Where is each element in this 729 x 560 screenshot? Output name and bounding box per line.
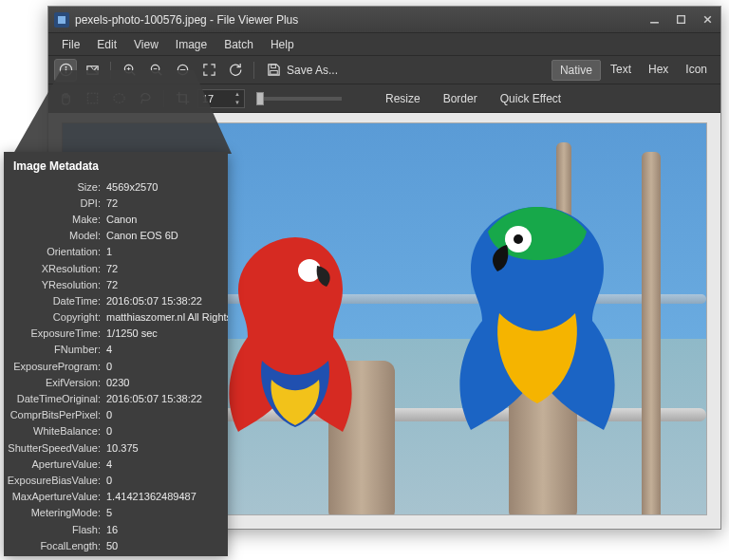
meta-value: 72 [106, 263, 228, 274]
resize-button[interactable]: Resize [376, 89, 430, 108]
meta-row: WhiteBalance:0 [4, 423, 228, 439]
save-as-label: Save As... [287, 64, 338, 77]
meta-row: ExposureProgram:0 [4, 358, 228, 374]
meta-key: ExposureTime: [4, 327, 106, 339]
fullscreen-icon[interactable] [197, 59, 220, 82]
menu-help[interactable]: Help [263, 35, 302, 54]
zoom-reset-icon[interactable] [171, 59, 194, 82]
meta-value: 50 [106, 540, 228, 551]
app-icon [54, 12, 69, 28]
maximize-button[interactable] [667, 9, 694, 30]
quick-effect-button[interactable]: Quick Effect [491, 89, 570, 108]
meta-key: WhiteBalance: [4, 425, 106, 437]
meta-row: ExposureBiasValue:0 [4, 472, 228, 488]
meta-row: MaxApertureValue:1.41421362489487 [4, 489, 228, 505]
ellipse-select-icon[interactable] [107, 87, 130, 110]
svg-line-10 [131, 72, 134, 75]
meta-value: 5 [106, 507, 228, 518]
meta-key: Orientation: [4, 246, 106, 257]
metadata-panel: Image Metadata Size:4569x2570DPI:72Make:… [4, 152, 228, 556]
slider-thumb[interactable] [256, 92, 264, 105]
meta-value: 4 [106, 458, 228, 470]
meta-row: SubsecTimeOriginal:96 [4, 553, 228, 556]
zoom-in-icon[interactable] [118, 59, 140, 82]
meta-key: Flash: [4, 524, 106, 535]
crop-icon[interactable] [171, 87, 194, 110]
menu-file[interactable]: File [54, 35, 87, 54]
view-text[interactable]: Text [603, 60, 639, 81]
meta-key: ApertureValue: [4, 458, 106, 470]
meta-key: YResolution: [4, 279, 106, 290]
meta-row: DateTime:2016:05:07 15:38:22 [4, 292, 228, 308]
svg-point-21 [113, 94, 123, 103]
hand-icon[interactable] [54, 87, 77, 110]
separator [163, 90, 164, 107]
menu-view[interactable]: View [126, 35, 166, 54]
meta-row: Copyright:matthiaszomer.nl All Rights Re… [4, 309, 228, 326]
meta-value: 1.41421362489487 [106, 491, 228, 502]
meta-key: ExposureBiasValue: [4, 475, 106, 486]
meta-value: 0 [106, 361, 228, 372]
separator [253, 62, 254, 79]
toolbar-primary: Save As... Native Text Hex Icon [48, 56, 720, 84]
marquee-icon[interactable] [81, 87, 103, 110]
view-native[interactable]: Native [551, 60, 601, 81]
menu-image[interactable]: Image [168, 35, 215, 54]
meta-key: MaxApertureValue: [4, 491, 106, 502]
close-button[interactable] [694, 9, 720, 30]
meta-row: DateTimeOriginal:2016:05:07 15:38:22 [4, 390, 228, 406]
meta-key: Size: [4, 181, 106, 193]
parrot-red [205, 228, 385, 456]
meta-key: Make: [4, 214, 106, 225]
meta-key: ExifVersion: [4, 377, 106, 388]
meta-row: ExposureTime:1/1250 sec [4, 326, 228, 342]
zoom-slider[interactable] [256, 97, 342, 101]
meta-key: ComprBitsPerPixel: [4, 409, 106, 420]
meta-key: ShutterSpeedValue: [4, 442, 106, 454]
meta-row: XResolution:72 [4, 260, 228, 276]
titlebar[interactable]: pexels-photo-100576.jpeg - File Viewer P… [48, 7, 720, 33]
meta-value: 1/1250 sec [106, 327, 228, 339]
spin-down[interactable]: ▼ [231, 99, 244, 107]
zoom-out-icon[interactable] [144, 59, 167, 82]
meta-key: FNumber: [4, 344, 106, 355]
save-icon [267, 63, 281, 77]
menu-edit[interactable]: Edit [89, 35, 124, 54]
meta-key: Model: [4, 230, 106, 241]
svg-rect-2 [677, 16, 684, 24]
meta-value: Canon EOS 6D [106, 230, 228, 241]
meta-key: XResolution: [4, 263, 106, 274]
meta-row: Model:Canon EOS 6D [4, 228, 228, 244]
view-icon[interactable]: Icon [678, 60, 715, 81]
svg-point-24 [514, 234, 523, 244]
toolbar-secondary: ▲▼ Resize Border Quick Effect [48, 84, 720, 113]
meta-row: Flash:16 [4, 521, 228, 537]
parrot-blue [433, 199, 642, 456]
meta-row: Orientation:1 [4, 244, 228, 260]
svg-rect-0 [58, 16, 65, 24]
zoom-value-field[interactable] [198, 93, 231, 104]
meta-row: DPI:72 [4, 195, 228, 211]
svg-line-14 [158, 72, 160, 75]
zoom-value-input[interactable]: ▲▼ [197, 89, 245, 108]
meta-value: 2016:05:07 15:38:22 [106, 295, 228, 307]
meta-key: DPI: [4, 197, 106, 209]
refresh-icon[interactable] [224, 59, 247, 82]
meta-key: ExposureProgram: [4, 361, 106, 372]
save-as-button[interactable]: Save As... [261, 60, 344, 80]
menu-batch[interactable]: Batch [216, 35, 261, 54]
view-hex[interactable]: Hex [641, 60, 676, 81]
open-icon[interactable] [81, 59, 103, 82]
info-icon[interactable] [54, 59, 77, 82]
meta-value: 72 [106, 279, 228, 290]
spin-up[interactable]: ▲ [231, 90, 244, 99]
meta-value: 4 [106, 344, 228, 355]
border-button[interactable]: Border [434, 89, 487, 108]
meta-row: FocalLength:50 [4, 537, 228, 553]
minimize-button[interactable] [641, 9, 667, 30]
meta-row: Size:4569x2570 [4, 178, 228, 195]
meta-row: MeteringMode:5 [4, 505, 228, 521]
meta-key: FocalLength: [4, 540, 106, 551]
meta-value: 0230 [106, 377, 228, 388]
lasso-icon[interactable] [134, 87, 157, 110]
